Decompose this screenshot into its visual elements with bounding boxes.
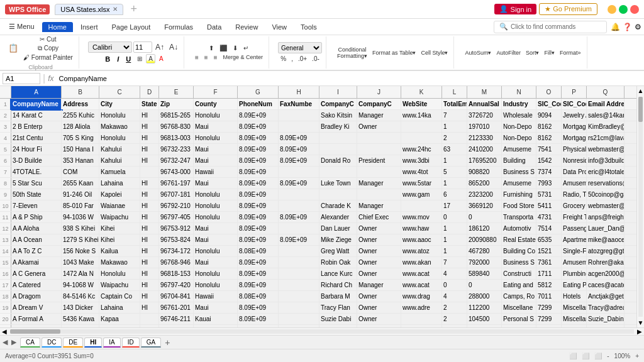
header-cell[interactable]: TotalEmpl xyxy=(442,99,467,109)
table-cell[interactable]: Camps, Ro xyxy=(502,291,536,302)
format-more-button[interactable]: Format» xyxy=(558,49,583,57)
table-cell[interactable]: Suzie_Dabin@aforma xyxy=(587,314,625,324)
col-header-n[interactable]: N xyxy=(502,86,536,98)
table-cell[interactable]: 96815-265 xyxy=(159,110,194,121)
table-cell[interactable]: HI xyxy=(140,200,159,211)
scroll-tabs-right-button[interactable]: ▶ xyxy=(11,338,16,346)
table-cell[interactable]: 17 xyxy=(442,200,467,211)
scroll-up-button[interactable]: ▲ xyxy=(637,86,644,96)
table-cell[interactable]: 8.09E+09 xyxy=(238,280,279,290)
table-cell[interactable]: Makawao xyxy=(99,257,140,268)
table-cell[interactable]: 50coinop@gamegod. xyxy=(587,189,625,200)
row-number[interactable]: 2 xyxy=(0,110,11,121)
autosum-button[interactable]: AutoSum▾ xyxy=(463,49,493,57)
table-cell[interactable]: 288000 xyxy=(467,291,502,302)
header-cell[interactable]: Address xyxy=(62,99,99,109)
table-cell[interactable]: Tracy Flan xyxy=(319,302,357,313)
table-cell[interactable]: 2 xyxy=(442,314,467,324)
table-cell[interactable]: Owner xyxy=(357,246,401,256)
table-cell[interactable]: 96704-841 xyxy=(159,291,194,302)
table-cell[interactable]: Amuseme xyxy=(562,257,587,268)
table-cell[interactable]: Non-Depo xyxy=(502,121,536,132)
table-cell[interactable]: Honolulu xyxy=(194,110,238,121)
col-header-i[interactable]: I xyxy=(319,86,357,98)
underline-button[interactable]: U xyxy=(123,55,133,63)
table-cell[interactable]: 4 xyxy=(442,291,467,302)
table-cell[interactable] xyxy=(279,189,319,200)
header-cell[interactable]: Email Address xyxy=(587,99,625,109)
table-cell[interactable]: 2410200 xyxy=(467,144,502,155)
table-cell[interactable] xyxy=(279,291,319,302)
sheet-tab-ga[interactable]: GA xyxy=(141,337,161,348)
table-cell[interactable]: 7 xyxy=(442,257,467,268)
ribbon-search[interactable]: 🔍 Click to find commands xyxy=(494,21,607,33)
table-cell[interactable]: 63 xyxy=(442,144,467,155)
header-cell[interactable]: County xyxy=(194,99,238,109)
table-cell[interactable]: 112200 xyxy=(467,302,502,313)
table-cell[interactable]: Honolulu xyxy=(194,200,238,211)
font-color-button[interactable]: A xyxy=(157,55,165,63)
table-cell[interactable]: www.akan xyxy=(401,257,442,268)
row-number[interactable]: 7 xyxy=(0,167,11,177)
header-cell[interactable]: SIC_Code xyxy=(536,99,562,109)
table-cell[interactable]: Freight Tra xyxy=(562,212,587,222)
table-cell[interactable]: 96792-210 xyxy=(159,200,194,211)
header-cell[interactable]: PhoneNum xyxy=(238,99,279,109)
cell-reference-input[interactable]: A1 xyxy=(3,73,40,84)
zoom-in-button[interactable]: + xyxy=(635,353,639,359)
table-cell[interactable]: Miscellane xyxy=(562,302,587,313)
table-cell[interactable]: Luke Town xyxy=(319,178,357,189)
table-cell[interactable]: Constructi xyxy=(502,268,536,279)
table-cell[interactable]: Honolulu xyxy=(194,268,238,279)
table-cell[interactable]: Bradley Ki xyxy=(319,121,357,132)
table-cell[interactable]: Lahaina xyxy=(99,178,140,189)
table-cell[interactable]: 96753-824 xyxy=(159,234,194,245)
table-cell[interactable]: HI xyxy=(140,178,159,189)
col-header-a[interactable]: A xyxy=(11,86,62,98)
table-cell[interactable] xyxy=(140,314,159,324)
signin-button[interactable]: 👤 Sign in xyxy=(494,4,537,14)
table-cell[interactable]: 8.09E+09 xyxy=(238,234,279,245)
table-cell[interactable]: 1 xyxy=(442,155,467,166)
sheet-view-page[interactable]: ⬜ xyxy=(594,353,602,359)
table-cell[interactable]: Furnishing xyxy=(502,189,536,200)
table-cell[interactable]: Miscellane xyxy=(562,314,587,324)
sheet-tab-dc[interactable]: DC xyxy=(42,337,62,348)
table-cell[interactable] xyxy=(357,167,401,177)
table-cell[interactable]: 1711 xyxy=(536,268,562,279)
table-cell[interactable]: 96761-201 xyxy=(159,302,194,313)
table-cell[interactable] xyxy=(625,167,636,177)
table-cell[interactable]: 8.09E+09 xyxy=(279,155,319,166)
table-cell[interactable] xyxy=(625,223,636,234)
table-cell[interactable]: A C Genera xyxy=(11,268,62,279)
table-cell[interactable] xyxy=(625,110,636,121)
table-cell[interactable]: Richard Ch xyxy=(319,280,357,290)
table-cell[interactable]: Hawaii xyxy=(194,167,238,177)
tab-page-layout[interactable]: Page Layout xyxy=(105,22,157,32)
tab-tools[interactable]: Tools xyxy=(294,22,323,32)
table-cell[interactable]: Personal S xyxy=(502,314,536,324)
table-cell[interactable]: 0 xyxy=(467,212,502,222)
table-cell[interactable]: www.gam xyxy=(401,189,442,200)
table-cell[interactable]: 8.09E+09 xyxy=(279,133,319,143)
increase-decimal-button[interactable]: .0+ xyxy=(296,55,309,63)
table-cell[interactable]: HI xyxy=(140,155,159,166)
table-cell[interactable]: 2 xyxy=(442,302,467,313)
table-cell[interactable]: KimBradley@2bent.cc xyxy=(587,121,625,132)
table-cell[interactable]: Tracy@adreamweddi xyxy=(587,302,625,313)
table-cell[interactable]: 8.09E+09 xyxy=(238,133,279,143)
table-cell[interactable] xyxy=(279,167,319,177)
table-cell[interactable]: A Dragom xyxy=(11,291,62,302)
table-cell[interactable]: Food Store xyxy=(502,200,536,211)
table-cell[interactable]: 8.09E+09 xyxy=(279,212,319,222)
table-cell[interactable]: Building xyxy=(502,155,536,166)
table-cell[interactable]: Manager xyxy=(357,110,401,121)
align-center-button[interactable]: ≡ xyxy=(203,53,210,62)
table-cell[interactable]: Manager xyxy=(357,280,401,290)
table-cell[interactable]: COM xyxy=(62,167,99,177)
table-cell[interactable]: 85-010 Far xyxy=(62,200,99,211)
fill-button[interactable]: Fill▾ xyxy=(542,49,557,57)
table-cell[interactable]: Kauai xyxy=(194,314,238,324)
file-tab[interactable]: USA States.xlsx ✕ xyxy=(55,4,123,15)
table-cell[interactable]: 5812 xyxy=(536,280,562,290)
